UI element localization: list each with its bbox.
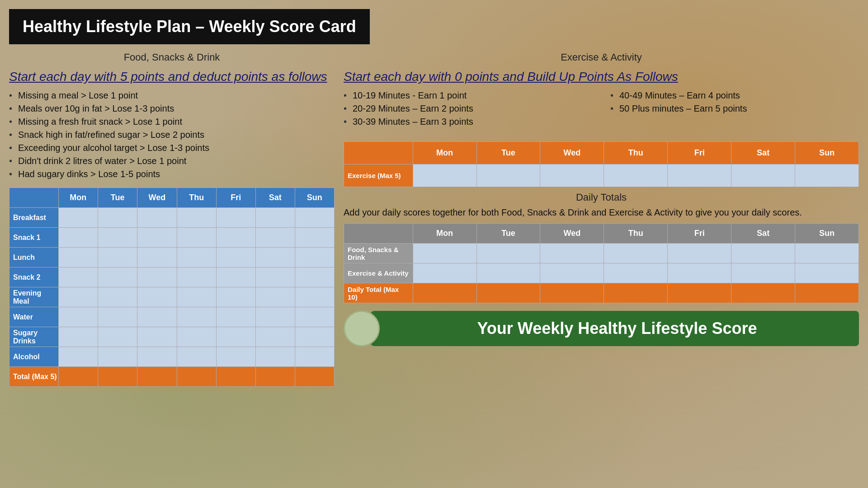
bullet-7: Had sugary dinks > Lose 1-5 points bbox=[9, 169, 335, 179]
right-section-label: Exercise & Activity bbox=[344, 49, 859, 66]
left-heading: Start each day with 5 points and deduct … bbox=[9, 70, 335, 84]
col-thu: Thu bbox=[177, 188, 216, 208]
right-bullets: 10-19 Minutes - Earn 1 point 20-29 Minut… bbox=[344, 90, 859, 135]
dt-row-food: Food, Snacks & Drink bbox=[344, 244, 859, 263]
dt-col-sat: Sat bbox=[731, 224, 795, 244]
rbullet-3: 30-39 Minutes – Earn 3 points bbox=[344, 117, 592, 127]
dt-col-sun: Sun bbox=[795, 224, 859, 244]
daily-totals-desc: Add your daily scores together for both … bbox=[344, 206, 859, 219]
bullet-1: Missing a meal > Lose 1 point bbox=[9, 90, 335, 101]
rbullet-2: 20-29 Minutes – Earn 2 points bbox=[344, 103, 592, 114]
row-exercise: Exercise (Max 5) bbox=[344, 164, 859, 187]
row-total: Total (Max 5) bbox=[9, 367, 335, 387]
dt-row-daily-total: Daily Total (Max 10) bbox=[344, 283, 859, 303]
daily-totals-table: Mon Tue Wed Thu Fri Sat Sun Food, Snacks… bbox=[344, 223, 859, 303]
col-mon: Mon bbox=[58, 188, 98, 208]
row-water: Water bbox=[9, 307, 335, 327]
ex-col-tue: Tue bbox=[476, 142, 540, 164]
row-sugary-drinks: Sugary Drinks bbox=[9, 327, 335, 347]
rbullet-4: 40-49 Minutes – Earn 4 points bbox=[610, 90, 859, 101]
bullet-6: Didn't drink 2 litres of water > Lose 1 … bbox=[9, 156, 335, 166]
daily-totals-title: Daily Totals bbox=[344, 192, 859, 203]
ex-col-sun: Sun bbox=[795, 142, 859, 164]
row-snack1: Snack 1 bbox=[9, 228, 335, 248]
dt-row-exercise: Exercise & Activity bbox=[344, 263, 859, 283]
ex-col-sat: Sat bbox=[731, 142, 795, 164]
left-column: Food, Snacks & Drink Start each day with… bbox=[9, 49, 335, 387]
dt-col-tue: Tue bbox=[476, 224, 540, 244]
rbullet-1: 10-19 Minutes - Earn 1 point bbox=[344, 90, 592, 101]
dt-col-fri: Fri bbox=[668, 224, 731, 244]
row-evening-meal: Evening Meal bbox=[9, 287, 335, 307]
col-sat: Sat bbox=[255, 188, 295, 208]
col-wed: Wed bbox=[137, 188, 177, 208]
title-bar: Healthy Lifestyle Plan – Weekly Score Ca… bbox=[9, 9, 370, 44]
col-tue: Tue bbox=[98, 188, 137, 208]
ex-col-thu: Thu bbox=[604, 142, 668, 164]
col-sun: Sun bbox=[295, 188, 334, 208]
left-bullet-list: Missing a meal > Lose 1 point Meals over… bbox=[9, 90, 335, 179]
ex-col-wed: Wed bbox=[540, 142, 604, 164]
right-heading: Start each day with 0 points and Build U… bbox=[344, 70, 859, 84]
right-bullets-col2: 40-49 Minutes – Earn 4 points 50 Plus mi… bbox=[610, 90, 859, 135]
page-title: Healthy Lifestyle Plan – Weekly Score Ca… bbox=[23, 17, 356, 36]
dt-col-wed: Wed bbox=[540, 224, 604, 244]
weekly-score-container: Your Weekly Healthy Lifestyle Score bbox=[344, 310, 859, 347]
exercise-table: Mon Tue Wed Thu Fri Sat Sun Exercise (Ma… bbox=[344, 141, 859, 187]
bullet-5: Exceeding your alcohol target > Lose 1-3… bbox=[9, 143, 335, 153]
right-column: Exercise & Activity Start each day with … bbox=[344, 49, 859, 387]
food-score-table: Mon Tue Wed Thu Fri Sat Sun Breakfast bbox=[9, 188, 335, 387]
dt-col-mon: Mon bbox=[413, 224, 476, 244]
weekly-score-banner: Your Weekly Healthy Lifestyle Score bbox=[371, 311, 859, 346]
row-breakfast: Breakfast bbox=[9, 208, 335, 228]
score-circle bbox=[344, 310, 380, 347]
ex-col-mon: Mon bbox=[413, 142, 476, 164]
row-lunch: Lunch bbox=[9, 248, 335, 267]
bullet-3: Missing a fresh fruit snack > Lose 1 poi… bbox=[9, 117, 335, 127]
row-alcohol: Alcohol bbox=[9, 347, 335, 367]
dt-col-thu: Thu bbox=[604, 224, 668, 244]
ex-col-fri: Fri bbox=[668, 142, 731, 164]
bullet-4: Snack high in fat/refined sugar > Lose 2… bbox=[9, 130, 335, 140]
bullet-2: Meals over 10g in fat > Lose 1-3 points bbox=[9, 103, 335, 114]
right-bullets-col1: 10-19 Minutes - Earn 1 point 20-29 Minut… bbox=[344, 90, 592, 135]
rbullet-5: 50 Plus minutes – Earn 5 points bbox=[610, 103, 859, 114]
row-snack2: Snack 2 bbox=[9, 267, 335, 287]
left-section-label: Food, Snacks & Drink bbox=[9, 49, 335, 66]
col-fri: Fri bbox=[216, 188, 255, 208]
